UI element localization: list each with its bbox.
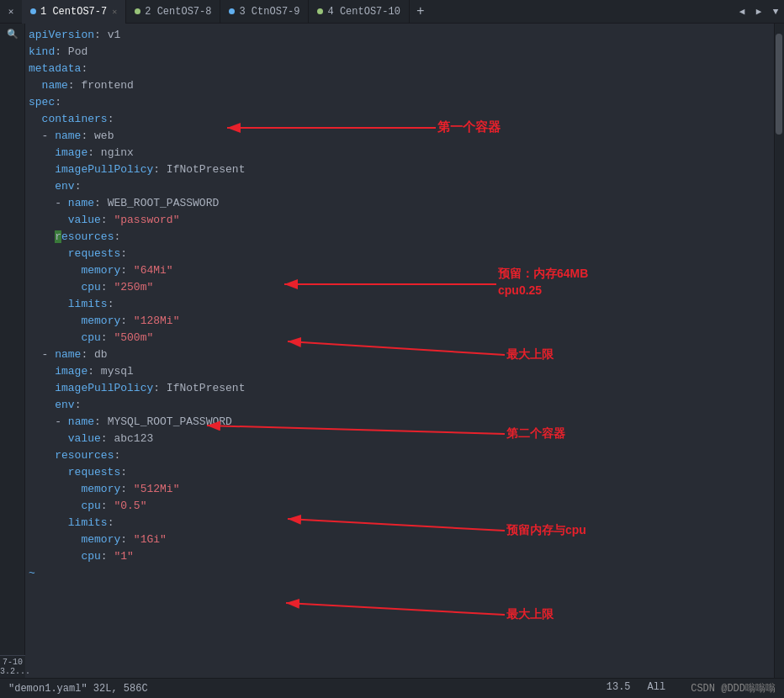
status-col: 13.5 xyxy=(607,681,631,695)
scrollbar-thumb[interactable] xyxy=(776,34,782,135)
code-line: value: "password" xyxy=(25,212,774,229)
tab-dot xyxy=(135,8,140,14)
tab-dot xyxy=(229,8,235,14)
annotation-max-limit-2: 最大上限 xyxy=(506,607,554,621)
code-line: metadata: xyxy=(25,61,774,77)
left-panel: 🔍 xyxy=(0,24,25,678)
mini-tab-panel: 7-10 3.2... xyxy=(0,655,25,678)
tab-dot xyxy=(30,8,36,14)
code-line-memory-512mi: memory: "512Mi" xyxy=(25,481,774,498)
tab-dot xyxy=(317,8,323,14)
code-line: requests: xyxy=(25,464,774,481)
code-line: image: nginx xyxy=(25,145,774,161)
tab-label: 3 CtnOS7-9 xyxy=(239,6,299,18)
status-right: 13.5 All CSDN @DDD嗡嗡嗡 xyxy=(607,681,776,695)
code-line: kind: Pod xyxy=(25,44,774,61)
code-line-tilde: ~ xyxy=(25,565,774,582)
code-line: - name: WEB_ROOT_PASSWORD xyxy=(25,195,774,212)
code-line-image-mysql: image: mysql xyxy=(25,363,774,380)
code-line: requests: xyxy=(25,246,774,262)
code-line: env: xyxy=(25,178,774,195)
code-line: imagePullPolicy: IfNotPresent xyxy=(25,380,774,397)
code-line: env: xyxy=(25,397,774,414)
tab-nav-buttons: ◀ ▶ ▼ xyxy=(734,0,784,24)
tab-ctnos7-9[interactable]: 3 CtnOS7-9 xyxy=(220,0,309,24)
code-line: - name: db xyxy=(25,346,774,363)
app-window: ✕ 1 CentOS7-7 ✕ 2 CentOS7-8 3 CtnOS7-9 4… xyxy=(0,0,784,698)
tab-close-icon[interactable]: ✕ xyxy=(112,7,117,17)
tab-nav-right[interactable]: ▶ xyxy=(750,0,767,24)
code-line: name: frontend xyxy=(25,77,774,94)
code-line: cpu: "250m" xyxy=(25,279,774,296)
code-line: - name: MYSQL_ROOT_PASSWORD xyxy=(25,414,774,431)
tab-centos7-8[interactable]: 2 CentOS7-8 xyxy=(126,0,220,24)
tab-nav-menu[interactable]: ▼ xyxy=(767,0,784,24)
mini-tab-7-10: 7-10 xyxy=(0,658,25,667)
code-line: limits: xyxy=(25,515,774,531)
editor-container: 🔍 apiVersion: v1 kind: Pod metadata: nam… xyxy=(0,24,784,678)
tab-label: 4 CentOS7-10 xyxy=(327,6,400,18)
code-line: containers: xyxy=(25,111,774,128)
status-brand: CSDN @DDD嗡嗡嗡 xyxy=(691,681,776,695)
tab-nav-left[interactable]: ◀ xyxy=(734,0,750,24)
code-line: spec: xyxy=(25,94,774,111)
code-line: apiVersion: v1 xyxy=(25,27,774,44)
code-editor[interactable]: apiVersion: v1 kind: Pod metadata: name:… xyxy=(25,24,774,678)
window-close-button[interactable]: ✕ xyxy=(3,4,19,19)
status-filename: "demon1.yaml" 32L, 586C xyxy=(8,683,148,695)
left-panel-search-icon[interactable]: 🔍 xyxy=(7,29,19,40)
status-file-info: "demon1.yaml" 32L, 586C xyxy=(8,683,607,695)
code-line: limits: xyxy=(25,296,774,313)
tab-label: 1 CentOS7-7 xyxy=(40,6,107,18)
code-line-memory-128mi: memory: "128Mi" xyxy=(25,313,774,330)
mini-tab-3-2: 3.2... xyxy=(0,667,25,676)
code-line: cpu: "500m" xyxy=(25,330,774,346)
code-line-memory-64mi: memory: "64Mi" xyxy=(25,262,774,279)
tab-label: 2 CentOS7-8 xyxy=(145,6,211,18)
tab-bar: ✕ 1 CentOS7-7 ✕ 2 CentOS7-8 3 CtnOS7-9 4… xyxy=(0,0,784,24)
tab-centos7-10[interactable]: 4 CentOS7-10 xyxy=(309,0,409,24)
status-pos: All xyxy=(648,681,666,695)
code-line: resources: xyxy=(25,447,774,464)
code-line: resources: xyxy=(25,229,774,246)
scrollbar[interactable] xyxy=(774,24,784,678)
code-line: value: abc123 xyxy=(25,431,774,447)
code-line-memory-1gi: memory: "1Gi" xyxy=(25,531,774,548)
code-line: imagePullPolicy: IfNotPresent xyxy=(25,161,774,178)
arrow-max-limit-2 xyxy=(286,603,505,615)
new-tab-button[interactable]: + xyxy=(410,0,432,24)
tab-centos7-7[interactable]: 1 CentOS7-7 ✕ xyxy=(22,0,126,24)
code-line: cpu: "0.5" xyxy=(25,498,774,515)
code-line: cpu: "1" xyxy=(25,548,774,565)
code-line: - name: web xyxy=(25,128,774,145)
status-bar: "demon1.yaml" 32L, 586C 13.5 All CSDN @D… xyxy=(0,678,784,698)
